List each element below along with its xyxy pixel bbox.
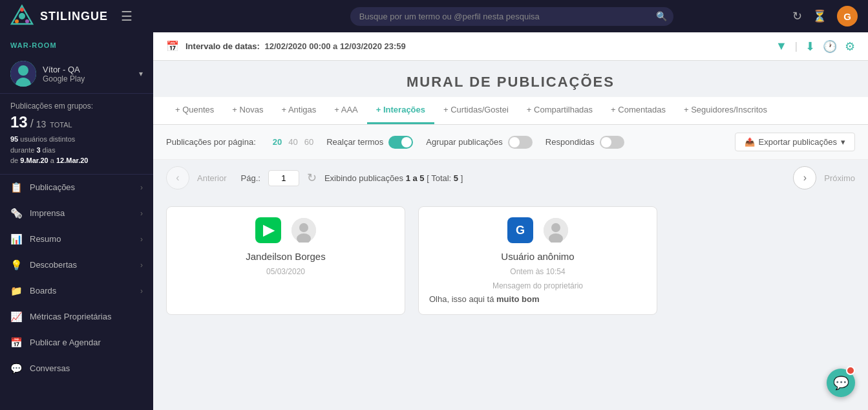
sub-header-actions: ▼ | ⬇ 🕐 ⚙ [776,39,855,54]
settings-icon[interactable]: ⚙ [845,39,855,54]
mural-header: MURAL DE PUBLICAÇÕES [153,61,868,97]
nav-label-publicar: Publicar e Agendar [30,338,143,347]
download-icon[interactable]: ⬇ [805,39,815,54]
tab-comentadas[interactable]: + Comentadas [602,97,675,124]
card-body-2: Mensagem do proprietário Olha, isso aqui… [419,276,657,314]
tab-curtidas[interactable]: + Curtidas/Gostei [434,97,518,124]
war-room-label: WAR-ROOM [0,32,153,54]
stats-text1: usuários distintos [18,135,75,143]
group-toggle[interactable] [508,136,533,149]
stats-label: Publicações em grupos: [10,102,143,111]
per-page-60[interactable]: 60 [304,137,313,147]
stats-total-num: 13 [36,119,47,129]
card-msg-label-2: Mensagem do proprietário [429,281,646,290]
stats-text2: durante [10,146,36,154]
export-icon: 📤 [745,137,755,147]
tabs-bar: + Quentes + Novas + Antigas + AAA + Inte… [153,97,868,125]
card-msg-text-2: Olha, isso aqui tá muito bom [429,294,646,304]
tab-aaa[interactable]: + AAA [325,97,367,124]
sidebar-item-metricas[interactable]: 📈 Métricas Proprietárias [0,304,153,330]
mural-header-wrapper: MURAL DE PUBLICAÇÕES + Quentes + Novas +… [153,61,868,325]
highlight-toggle-group: Realçar termos [326,136,413,149]
stats-from: 9.Mar.20 [20,156,48,164]
refresh-icon[interactable]: ↻ [792,9,802,23]
page-input[interactable] [268,170,299,186]
profile-avatar [10,61,36,87]
sub-header: 📅 Intervalo de datas: 12/02/2020 00:00 a… [153,32,868,61]
nav-caret-publicacoes: › [140,183,143,192]
stats-to: 12.Mar.20 [56,156,89,164]
highlight-toggle[interactable] [388,136,413,149]
responded-knob [601,137,611,147]
stats-count: 13 [10,113,28,131]
responded-toggle[interactable] [600,136,624,149]
sidebar-item-publicacoes[interactable]: 📋 Publicações › [0,175,153,200]
nav-label-conversas: Conversas [30,363,143,373]
search-input[interactable] [350,7,673,26]
sidebar: WAR-ROOM Vítor - QA Google Play ▾ [0,32,153,410]
profile-section[interactable]: Vítor - QA Google Play ▾ [0,54,153,94]
sidebar-item-boards[interactable]: 📁 Boards › [0,278,153,304]
svg-point-3 [25,19,29,23]
tab-compartilhadas[interactable]: + Compartilhadas [518,97,602,124]
per-page-label: Publicações por página: [166,137,256,147]
group-toggle-group: Agrupar publicações [426,136,533,149]
card-header-2: G [419,207,657,267]
metricas-icon: 📈 [10,311,23,323]
publication-card-1[interactable]: ▶ [166,206,405,315]
brand-icon-2: G [507,217,533,243]
publicar-icon: 📅 [10,337,23,349]
responded-label: Respondidas [545,137,595,147]
responded-toggle-group: Respondidas [545,136,624,149]
card-date-2: Ontem às 10:54 [419,267,657,276]
per-page-40[interactable]: 40 [288,137,297,147]
prev-page-button[interactable]: ‹ [166,166,189,189]
main-content: MURAL DE PUBLICAÇÕES + Quentes + Novas +… [153,61,868,410]
svg-point-2 [15,19,19,23]
sidebar-item-resumo[interactable]: 📊 Resumo › [0,226,153,252]
publication-card-2[interactable]: G [418,206,657,315]
sidebar-item-publicar[interactable]: 📅 Publicar e Agendar [0,330,153,356]
profile-sub: Google Play [43,74,139,83]
brand-icon-1: ▶ [255,217,281,243]
notification-dot [846,366,855,375]
filter-icon[interactable]: ▼ [776,39,787,53]
export-button[interactable]: 📤 Exportar publicações ▾ [735,133,855,151]
next-page-button[interactable]: › [793,166,816,189]
page-label: Pág.: [241,173,260,183]
boards-icon: 📁 [10,285,23,297]
search-icon[interactable]: 🔍 [656,11,667,21]
tab-antigas[interactable]: + Antigas [272,97,325,124]
calendar-icon: 📅 [166,40,179,52]
stats-text4: de [10,156,20,164]
next-label: Próximo [824,173,855,183]
stats-users: 95 [10,135,18,143]
page-info: Exibindo publicações 1 a 5 [ Total: 5 ] [324,173,463,183]
tab-quentes[interactable]: + Quentes [166,97,223,124]
timer-icon[interactable]: ⏳ [812,9,827,23]
publicacoes-icon: 📋 [10,182,23,193]
profile-caret-icon: ▾ [139,69,143,78]
mural-title: MURAL DE PUBLICAÇÕES [153,74,868,91]
clock-icon[interactable]: 🕐 [823,39,837,54]
stats-text3: dias [41,146,56,154]
hamburger-button[interactable]: ☰ [121,8,132,24]
content-area: 📅 Intervalo de datas: 12/02/2020 00:00 a… [153,32,868,410]
per-page-20[interactable]: 20 [273,137,282,147]
sidebar-item-imprensa[interactable]: 🗞️ Imprensa › [0,200,153,226]
sidebar-item-descobertas[interactable]: 💡 Descobertas › [0,252,153,278]
tab-novas[interactable]: + Novas [223,97,272,124]
tab-seguidores[interactable]: + Seguidores/Inscritos [675,97,776,124]
chat-icon: 💬 [833,375,849,391]
tab-interacoes[interactable]: + Interações [367,97,434,124]
user-avatar[interactable]: G [837,6,858,27]
conversas-icon: 💬 [10,363,23,374]
top-bar: STILINGUE ☰ 🔍 ↻ ⏳ G [0,0,868,32]
sidebar-item-conversas[interactable]: 💬 Conversas [0,356,153,382]
imprensa-icon: 🗞️ [10,208,23,219]
nav-label-boards: Boards [30,286,140,296]
card-date-1: 05/03/2020 [167,267,405,276]
refresh-page-icon[interactable]: ↻ [307,171,317,185]
svg-point-1 [19,13,25,19]
profile-name: Vítor - QA [43,65,139,74]
